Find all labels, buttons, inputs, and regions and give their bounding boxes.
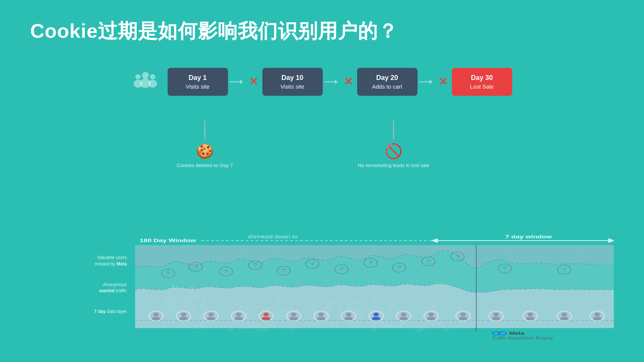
svg-point-55 — [236, 313, 242, 316]
annotation-cookies: 🍪 Cookies deleted on Day 7 — [177, 121, 233, 168]
svg-point-73 — [401, 313, 407, 316]
day10-action: Visits site — [273, 83, 312, 90]
x-mark-3: ✕ — [439, 77, 447, 87]
page-title: Cookie过期是如何影响我们识别用户的？ — [30, 18, 398, 44]
svg-point-71 — [372, 317, 381, 321]
label-180-window: 180 Day Window — [140, 238, 196, 243]
flow-box-day30: Day 30 Lost Sale — [452, 68, 512, 96]
cookie-annotation-text: Cookies deleted on Day 7 — [177, 163, 233, 168]
label-7day: 7 day data layer — [75, 308, 131, 315]
svg-point-46 — [153, 313, 159, 316]
shrink-text: shrinked down to — [248, 234, 297, 239]
chart-area: Valuable usersmissed by Meta Anonymouswa… — [75, 234, 614, 341]
svg-text:?: ? — [562, 267, 567, 273]
arrow-1 — [230, 78, 243, 86]
svg-point-47 — [152, 317, 160, 321]
svg-point-92 — [593, 317, 602, 321]
svg-point-70 — [373, 313, 379, 316]
svg-text:Meta: Meta — [509, 331, 525, 336]
svg-point-0 — [142, 72, 148, 79]
svg-point-85 — [527, 313, 533, 316]
day30-action: Lost Sale — [462, 83, 502, 90]
svg-point-53 — [206, 317, 215, 321]
cookie-icon: 🍪 — [196, 143, 214, 160]
label-anonymous: Anonymouswasted traffic — [75, 282, 131, 295]
svg-point-67 — [346, 313, 351, 316]
svg-point-61 — [291, 313, 296, 316]
svg-point-76 — [428, 313, 434, 316]
svg-point-52 — [208, 313, 214, 316]
svg-text:?: ? — [503, 265, 507, 272]
lower-wave-area — [135, 284, 614, 328]
down-arrow-right — [393, 121, 394, 141]
meta-logo-group: Meta Traffic Acquisition Engine — [491, 331, 553, 341]
flow-diagram: Day 1 Visits site ✕ Day 10 Visits site ✕… — [0, 68, 644, 96]
svg-text:Traffic Acquisition Engine: Traffic Acquisition Engine — [491, 336, 553, 340]
person-icon — [132, 68, 159, 96]
no-remarketing-icon: 🚫 — [385, 143, 402, 160]
svg-marker-11 — [430, 80, 433, 84]
flow-box-day20: Day 20 Adds to cart — [357, 68, 418, 96]
x-mark-2: ✕ — [344, 77, 353, 87]
day1-label: Day 1 — [178, 74, 217, 82]
svg-point-91 — [595, 313, 600, 316]
svg-text:?: ? — [194, 264, 198, 270]
svg-point-49 — [181, 313, 186, 316]
svg-point-80 — [459, 317, 467, 321]
svg-point-2 — [135, 74, 140, 80]
chart-svg-container: ? ? ? ? ? ? ? ? ? ? ? ? ? — [135, 234, 614, 341]
svg-point-68 — [344, 317, 353, 321]
svg-point-83 — [491, 317, 500, 321]
svg-text:?: ? — [253, 262, 257, 268]
svg-text:?: ? — [282, 268, 286, 274]
svg-point-88 — [562, 313, 567, 316]
label-valuable: Valuable usersmissed by Meta — [75, 255, 131, 267]
svg-point-89 — [560, 317, 569, 321]
svg-text:?: ? — [339, 266, 344, 272]
svg-marker-7 — [240, 80, 243, 84]
svg-point-50 — [179, 317, 188, 321]
arrow-right-head — [608, 238, 614, 243]
svg-text:?: ? — [397, 265, 402, 271]
day20-action: Adds to cart — [368, 83, 407, 90]
day20-label: Day 20 — [368, 74, 407, 82]
svg-point-82 — [493, 313, 499, 316]
arrow-2 — [324, 78, 338, 86]
day10-label: Day 10 — [273, 74, 312, 82]
svg-point-5 — [148, 80, 157, 88]
svg-text:?: ? — [166, 270, 171, 276]
annotation-remarketing: 🚫 No remarketing leads to lost sale — [358, 121, 429, 168]
remarketing-annotation-text: No remarketing leads to lost sale — [358, 163, 429, 168]
chart-svg: ? ? ? ? ? ? ? ? ? ? ? ? ? — [135, 234, 614, 341]
svg-text:?: ? — [224, 268, 228, 275]
down-arrow-left — [204, 121, 205, 141]
svg-point-59 — [262, 317, 270, 321]
svg-point-62 — [289, 317, 298, 321]
svg-point-3 — [134, 80, 142, 88]
svg-marker-15 — [393, 138, 394, 141]
svg-marker-9 — [335, 80, 338, 84]
svg-point-86 — [526, 317, 535, 321]
day1-action: Visits site — [178, 83, 217, 90]
svg-point-56 — [234, 317, 243, 321]
svg-point-58 — [263, 313, 269, 316]
svg-text:?: ? — [368, 260, 373, 266]
x-mark-1: ✕ — [249, 77, 258, 87]
svg-point-64 — [318, 313, 324, 316]
svg-text:?: ? — [426, 258, 431, 264]
arrow-3 — [419, 78, 433, 86]
day30-label: Day 30 — [462, 74, 502, 82]
arrow-left-head — [431, 238, 438, 243]
svg-text:?: ? — [455, 253, 460, 259]
svg-text:?: ? — [310, 261, 315, 267]
flow-box-day1: Day 1 Visits site — [168, 68, 228, 96]
chart-labels: Valuable usersmissed by Meta Anonymouswa… — [75, 255, 131, 315]
svg-marker-13 — [204, 138, 205, 141]
label-7-window: 7 day window — [505, 234, 552, 239]
svg-point-79 — [460, 313, 466, 316]
svg-point-4 — [150, 74, 155, 80]
svg-point-65 — [317, 317, 325, 321]
svg-point-77 — [427, 317, 435, 321]
svg-point-74 — [399, 317, 408, 321]
flow-box-day10: Day 10 Visits site — [262, 68, 323, 96]
